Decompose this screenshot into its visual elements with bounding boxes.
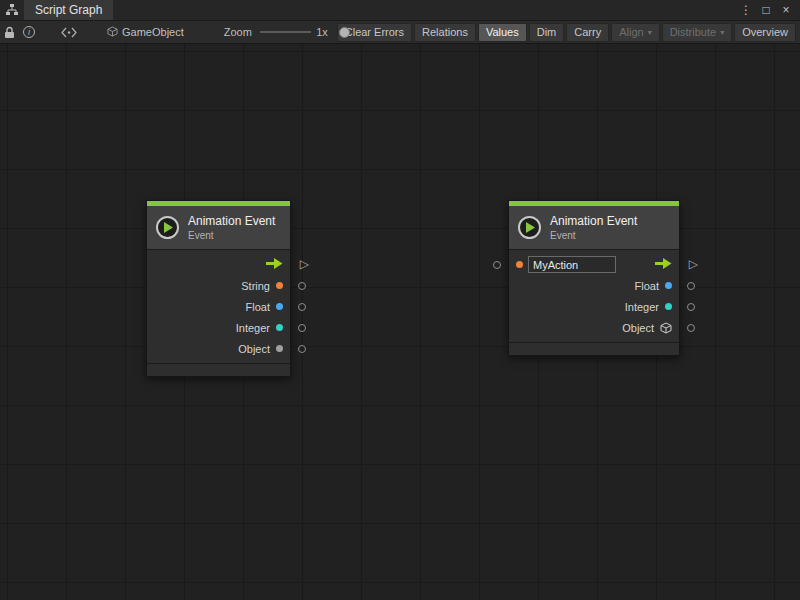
carry-button[interactable]: Carry (566, 23, 609, 42)
toolbar-buttons: Clear Errors Relations Values Dim Carry … (337, 23, 796, 42)
port-label-float: Float (246, 301, 270, 313)
tab-title: Script Graph (35, 3, 102, 17)
graph-target-label: GameObject (122, 26, 184, 38)
zoom-slider-track (260, 31, 311, 33)
menu-icon[interactable]: ⋮ (738, 3, 754, 17)
close-icon[interactable]: × (778, 3, 794, 17)
flow-output-socket[interactable]: ▷ (300, 258, 309, 270)
port-row-object: Object (509, 317, 679, 338)
script-graph-window: Script Graph ⋮ □ × i (0, 0, 800, 600)
string-input-dot (516, 261, 523, 268)
port-label-object: Object (238, 343, 270, 355)
dropdown-arrow-icon: ▾ (720, 28, 724, 37)
node-body: ▷ Float Integer Object (509, 249, 679, 342)
object-output-socket[interactable] (298, 345, 306, 353)
gameobject-icon (107, 26, 118, 39)
node-subtitle: Event (188, 230, 275, 241)
graph-toolbar: i GameObject Zoom 1x Clear E (0, 21, 800, 44)
name-input-flow-row: ▷ (509, 254, 679, 275)
cube-icon (660, 322, 672, 334)
integer-output-socket[interactable] (687, 303, 695, 311)
node-footer (509, 342, 679, 355)
relations-button[interactable]: Relations (414, 23, 476, 42)
port-label-float: Float (635, 280, 659, 292)
lock-icon[interactable] (4, 23, 15, 41)
zoom-value: 1x (316, 26, 328, 38)
distribute-button[interactable]: Distribute ▾ (662, 23, 732, 42)
flow-output-socket[interactable]: ▷ (689, 258, 698, 270)
port-label-integer: Integer (625, 301, 659, 313)
tab-bar: Script Graph ⋮ □ × (0, 0, 800, 21)
port-label-string: String (241, 280, 270, 292)
node-footer (147, 363, 290, 376)
node-subtitle: Event (550, 230, 637, 241)
float-port-dot (665, 282, 672, 289)
event-play-icon (156, 216, 179, 239)
port-label-object: Object (622, 322, 654, 334)
code-icon[interactable] (61, 23, 77, 41)
overview-button[interactable]: Overview (734, 23, 796, 42)
object-port-dot (276, 345, 283, 352)
integer-port-dot (665, 303, 672, 310)
object-output-socket[interactable] (687, 324, 695, 332)
string-port-dot (276, 282, 283, 289)
float-port-dot (276, 303, 283, 310)
dropdown-arrow-icon: ▾ (648, 28, 652, 37)
graph-target[interactable]: GameObject (107, 26, 184, 39)
port-row-object: Object (147, 338, 290, 359)
string-output-socket[interactable] (298, 282, 306, 290)
flow-arrow-icon[interactable] (655, 258, 672, 271)
node-animation-event-2[interactable]: Animation Event Event ▷ (508, 200, 680, 356)
node-body: ▷ String Float Integer (147, 249, 290, 363)
node-title: Animation Event (188, 214, 275, 228)
window-controls: ⋮ □ × (738, 0, 800, 20)
zoom-slider-handle[interactable] (339, 27, 350, 38)
tab-script-graph[interactable]: Script Graph (24, 0, 113, 20)
graph-canvas[interactable]: Animation Event Event ▷ String (0, 44, 800, 600)
maximize-icon[interactable]: □ (758, 3, 774, 17)
info-icon[interactable]: i (23, 23, 35, 41)
zoom-slider[interactable] (260, 25, 311, 39)
action-name-input[interactable] (528, 256, 616, 273)
port-row-integer: Integer (509, 296, 679, 317)
name-input-socket[interactable] (493, 261, 501, 269)
dim-button[interactable]: Dim (529, 23, 565, 42)
event-play-icon (518, 216, 541, 239)
flow-output-row: ▷ (147, 254, 290, 275)
graph-icon (0, 0, 24, 20)
integer-port-dot (276, 324, 283, 331)
float-output-socket[interactable] (298, 303, 306, 311)
port-label-integer: Integer (236, 322, 270, 334)
align-button[interactable]: Align ▾ (611, 23, 659, 42)
integer-output-socket[interactable] (298, 324, 306, 332)
node-title: Animation Event (550, 214, 637, 228)
port-row-float: Float (509, 275, 679, 296)
port-row-string: String (147, 275, 290, 296)
node-animation-event-1[interactable]: Animation Event Event ▷ String (146, 200, 291, 377)
flow-arrow-icon[interactable] (266, 258, 283, 271)
zoom-label: Zoom (224, 26, 252, 38)
node-header[interactable]: Animation Event Event (509, 206, 679, 249)
port-row-float: Float (147, 296, 290, 317)
node-header[interactable]: Animation Event Event (147, 206, 290, 249)
values-button[interactable]: Values (478, 23, 527, 42)
float-output-socket[interactable] (687, 282, 695, 290)
port-row-integer: Integer (147, 317, 290, 338)
